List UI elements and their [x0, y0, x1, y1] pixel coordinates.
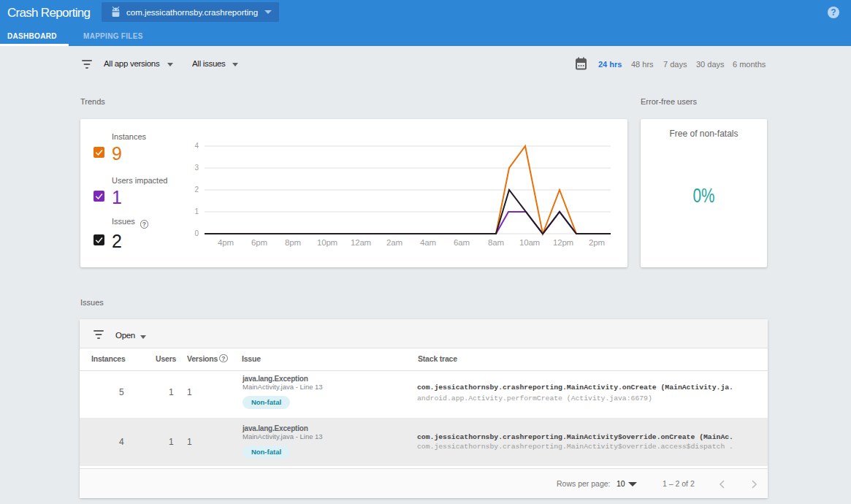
- svg-text:6pm: 6pm: [251, 238, 267, 247]
- svg-text:12pm: 12pm: [553, 238, 573, 247]
- svg-text:6am: 6am: [454, 238, 470, 247]
- svg-text:8am: 8am: [488, 238, 504, 247]
- svg-text:1: 1: [194, 207, 199, 215]
- svg-text:12am: 12am: [351, 238, 371, 247]
- svg-text:4am: 4am: [420, 238, 436, 247]
- svg-text:2am: 2am: [386, 238, 402, 247]
- svg-text:3: 3: [194, 164, 199, 172]
- svg-text:0: 0: [194, 229, 199, 237]
- svg-text:4pm: 4pm: [218, 238, 234, 247]
- svg-text:2pm: 2pm: [589, 238, 605, 247]
- svg-text:10pm: 10pm: [317, 238, 337, 247]
- svg-text:4: 4: [194, 142, 199, 150]
- svg-text:10am: 10am: [519, 238, 540, 247]
- svg-text:2: 2: [194, 186, 199, 194]
- svg-text:8pm: 8pm: [285, 238, 301, 247]
